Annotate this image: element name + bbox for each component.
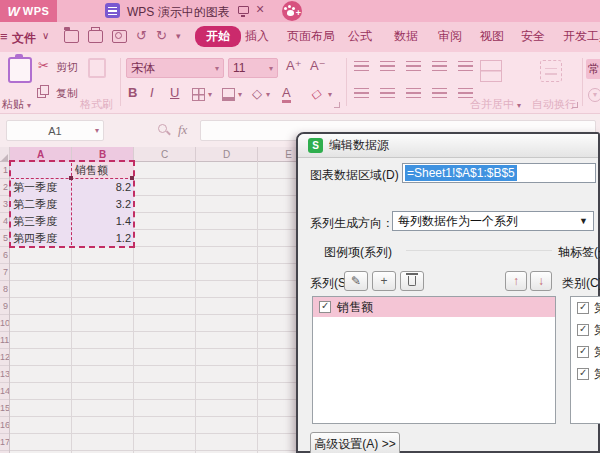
justify-icon[interactable] bbox=[432, 88, 447, 99]
save-icon[interactable] bbox=[64, 30, 79, 43]
row-header[interactable]: 16 bbox=[0, 417, 9, 434]
row-header[interactable]: 10 bbox=[0, 315, 9, 332]
fill-color-icon[interactable] bbox=[222, 88, 235, 101]
advanced-settings-button[interactable]: 高级设置(A) >> bbox=[310, 432, 400, 453]
copy-icon[interactable] bbox=[40, 85, 49, 95]
row-header[interactable]: 5 bbox=[0, 230, 9, 247]
shape-style-dropdown-icon[interactable]: ▾ bbox=[266, 90, 270, 99]
align-center-icon[interactable] bbox=[380, 88, 395, 99]
eraser-dropdown-icon[interactable]: ▾ bbox=[328, 90, 332, 99]
chevron-down-icon[interactable]: ▾ bbox=[215, 64, 219, 73]
grow-font-button[interactable]: A⁺ bbox=[286, 58, 302, 73]
font-group-launcher-icon[interactable] bbox=[334, 102, 340, 108]
align-bottom-icon[interactable] bbox=[406, 61, 421, 72]
scissors-icon[interactable]: ✂ bbox=[38, 58, 49, 73]
selection-handle[interactable] bbox=[69, 176, 73, 180]
row-header[interactable]: 13 bbox=[0, 366, 9, 383]
checkbox-checked-icon[interactable] bbox=[577, 346, 589, 358]
align-left-icon[interactable] bbox=[354, 88, 369, 99]
merge-center-button[interactable]: 合并居中 ▾ bbox=[470, 97, 521, 112]
category-item[interactable]: 第三季度 bbox=[571, 341, 600, 363]
customize-toolbar-icon[interactable]: ▾ bbox=[176, 31, 181, 41]
underline-button[interactable]: U bbox=[170, 85, 179, 100]
align-top-icon[interactable] bbox=[354, 61, 369, 72]
checkbox-checked-icon[interactable] bbox=[577, 368, 589, 380]
series-list[interactable]: 销售额 bbox=[312, 296, 556, 424]
chevron-down-icon[interactable]: ▾ bbox=[269, 64, 273, 73]
font-color-icon[interactable]: A bbox=[282, 85, 291, 103]
hamburger-icon[interactable]: ≡ bbox=[0, 29, 8, 44]
series-item-sales[interactable]: 销售额 bbox=[313, 297, 555, 317]
paste-button[interactable]: 粘贴 ▾ bbox=[2, 97, 31, 112]
row-header[interactable]: 7 bbox=[0, 264, 9, 281]
redo-icon[interactable]: ↻ bbox=[156, 28, 167, 43]
align-middle-icon[interactable] bbox=[380, 61, 395, 72]
zoom-search-icon[interactable] bbox=[158, 124, 167, 133]
insert-function-icon[interactable]: fx bbox=[178, 122, 187, 138]
shrink-font-button[interactable]: A⁻ bbox=[310, 58, 326, 73]
font-size-combo[interactable]: 11▾ bbox=[228, 58, 278, 78]
menu-tab-dev-tools[interactable]: 开发工具 bbox=[563, 28, 600, 45]
delete-series-button[interactable] bbox=[400, 271, 424, 291]
font-name-combo[interactable]: 宋体▾ bbox=[126, 58, 224, 78]
document-tab-title[interactable]: WPS 演示中的图表 bbox=[127, 4, 230, 21]
format-painter-button[interactable]: 格式刷 bbox=[80, 97, 113, 112]
category-item[interactable]: 第二季度 bbox=[571, 319, 600, 341]
borders-dropdown-icon[interactable]: ▾ bbox=[208, 90, 212, 99]
menu-tab-data[interactable]: 数据 bbox=[394, 28, 418, 45]
format-painter-icon[interactable] bbox=[88, 58, 106, 78]
wrap-text-icon[interactable] bbox=[540, 60, 562, 82]
category-item[interactable]: 第四季度 bbox=[571, 363, 600, 385]
column-header-c[interactable]: C bbox=[134, 147, 196, 162]
increase-indent-icon[interactable] bbox=[458, 61, 473, 72]
checkbox-checked-icon[interactable] bbox=[577, 324, 589, 336]
row-header[interactable]: 1 bbox=[0, 162, 9, 179]
align-right-icon[interactable] bbox=[406, 88, 421, 99]
eraser-icon[interactable]: ◇ bbox=[310, 86, 324, 101]
row-header[interactable]: 6 bbox=[0, 247, 9, 264]
decrease-indent-icon[interactable] bbox=[432, 61, 447, 72]
menu-tab-formulas[interactable]: 公式 bbox=[348, 28, 372, 45]
undo-icon[interactable]: ↺ bbox=[136, 28, 147, 43]
row-header[interactable]: 17 bbox=[0, 434, 9, 451]
category-item[interactable]: 第一季度 bbox=[571, 297, 600, 319]
row-header[interactable]: 11 bbox=[0, 332, 9, 349]
number-format-combo[interactable]: 常 bbox=[586, 59, 600, 79]
dialog-title-bar[interactable]: S 编辑数据源 bbox=[298, 134, 598, 158]
add-series-button[interactable]: + bbox=[372, 271, 396, 291]
move-down-button[interactable]: ↓ bbox=[530, 271, 552, 291]
combo-arrow-icon[interactable]: ▼ bbox=[579, 216, 593, 226]
name-box[interactable]: A1 ▾ bbox=[6, 120, 104, 141]
row-header[interactable]: 12 bbox=[0, 349, 9, 366]
number-format-expand-icon[interactable]: ▾ bbox=[588, 88, 600, 102]
menu-tab-review[interactable]: 审阅 bbox=[438, 28, 462, 45]
row-header[interactable]: 14 bbox=[0, 383, 9, 400]
close-icon[interactable]: × bbox=[256, 1, 264, 17]
wrap-text-button[interactable]: 自动换行 bbox=[532, 97, 576, 112]
column-header-d[interactable]: D bbox=[196, 147, 258, 162]
shape-style-icon[interactable]: ◇ bbox=[252, 86, 262, 101]
merge-center-icon[interactable] bbox=[480, 60, 502, 82]
checkbox-checked-icon[interactable] bbox=[577, 302, 589, 314]
file-menu[interactable]: 文件 bbox=[12, 30, 36, 47]
cut-button[interactable]: 剪切 bbox=[56, 60, 78, 75]
row-header[interactable]: 9 bbox=[0, 298, 9, 315]
menu-tab-page-layout[interactable]: 页面布局 bbox=[287, 28, 335, 45]
fill-color-dropdown-icon[interactable]: ▾ bbox=[238, 90, 242, 99]
print-preview-icon[interactable] bbox=[112, 30, 127, 43]
menu-tab-security[interactable]: 安全 bbox=[521, 28, 545, 45]
print-icon[interactable] bbox=[88, 30, 103, 43]
wps-logo[interactable]: W WPS bbox=[0, 0, 57, 22]
bold-button[interactable]: B bbox=[128, 85, 137, 100]
row-header[interactable]: 8 bbox=[0, 281, 9, 298]
move-up-button[interactable]: ↑ bbox=[505, 271, 527, 291]
copy-button[interactable]: 复制 bbox=[56, 86, 78, 101]
paw-promo-button[interactable]: + bbox=[282, 1, 302, 21]
row-header[interactable]: 15 bbox=[0, 400, 9, 417]
file-menu-arrow-icon[interactable]: ∨ bbox=[42, 30, 49, 41]
borders-icon[interactable] bbox=[192, 88, 205, 101]
menu-tab-insert[interactable]: 插入 bbox=[245, 28, 269, 45]
category-list[interactable]: 第一季度第二季度第三季度第四季度 bbox=[570, 296, 600, 424]
paste-icon[interactable] bbox=[8, 57, 32, 83]
row-header[interactable]: 4 bbox=[0, 213, 9, 230]
